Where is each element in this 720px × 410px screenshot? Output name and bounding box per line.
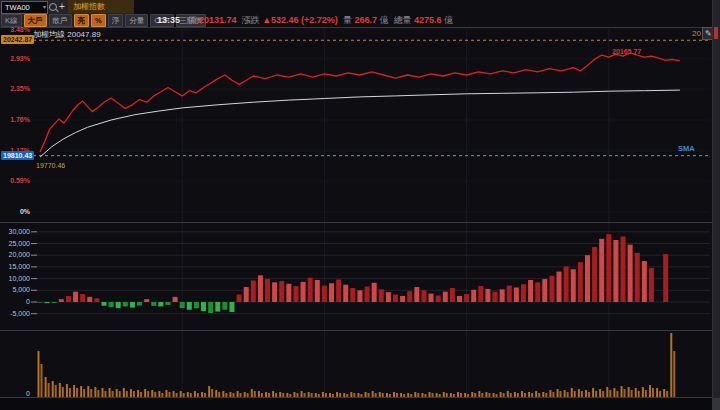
volume-bar	[588, 392, 590, 397]
volume-bar	[232, 393, 234, 397]
pressure-bar	[80, 294, 85, 302]
volume-bar	[208, 386, 210, 397]
time-axis	[0, 398, 712, 410]
volume-bar	[488, 393, 490, 397]
pressure-bar	[578, 262, 583, 302]
volume-bar	[87, 386, 89, 397]
volume-bar	[272, 391, 274, 397]
right-scrollbar-rail[interactable]	[712, 0, 720, 410]
open-price-label: 19770.46	[36, 162, 65, 169]
volume-bar	[62, 387, 64, 397]
volume-bar	[493, 393, 495, 397]
volume-bar	[478, 391, 480, 397]
pressure-bar	[564, 266, 569, 302]
volume-bar	[80, 386, 82, 397]
volume-bar	[286, 393, 288, 397]
pressure-bar	[585, 255, 590, 302]
volume-bar	[237, 391, 239, 397]
pressure-bar	[507, 286, 512, 302]
volume-bar	[410, 394, 412, 397]
pressure-bar	[606, 234, 611, 302]
volume-bar	[567, 392, 569, 397]
mid-axis-label: 10,000	[0, 275, 30, 282]
avg-line-value: 20047.89	[67, 30, 100, 39]
volume-bar	[322, 392, 324, 397]
volume-bar	[140, 392, 142, 397]
pct-axis-label: 2.35%	[0, 85, 30, 92]
pressure-bar	[485, 289, 490, 302]
volume-bar	[417, 393, 419, 397]
pressure-bar	[429, 294, 434, 302]
volume-bar	[97, 390, 99, 397]
volume-bar	[517, 393, 519, 397]
volume-bar	[365, 392, 367, 397]
volume-bar	[457, 392, 459, 397]
pressure-bar	[663, 254, 668, 302]
pressure-bar	[471, 290, 476, 302]
pct-axis-label: 1.76%	[0, 116, 30, 123]
volume-bar	[414, 392, 416, 397]
volume-bar	[90, 389, 92, 397]
pressure-bar	[222, 302, 227, 310]
volume-bar	[279, 392, 281, 397]
volume-bar	[261, 393, 263, 397]
pressure-bar	[286, 284, 291, 302]
volume-bar	[130, 389, 132, 397]
pressure-bar	[201, 302, 206, 311]
volume-bar	[542, 392, 544, 397]
volume-bar	[368, 393, 370, 397]
volume-bar	[229, 392, 231, 397]
volume-bar	[254, 391, 256, 397]
pressure-bar	[137, 302, 142, 306]
pressure-bar	[237, 295, 242, 302]
pressure-bar	[535, 282, 540, 302]
pressure-bar	[258, 275, 263, 302]
chart-canvas[interactable]	[0, 0, 720, 410]
volume-bar	[126, 391, 128, 397]
mid-axis-label: 30,000	[0, 228, 30, 235]
pressure-bar	[542, 279, 547, 302]
volume-bar	[211, 389, 213, 397]
volume-bar	[204, 393, 206, 397]
volume-bar	[187, 392, 189, 397]
mid-axis-label: -5,000	[0, 310, 30, 317]
volume-bar	[481, 393, 483, 397]
volume-bar	[69, 388, 71, 397]
volume-bar	[602, 391, 604, 397]
pressure-bar	[329, 283, 334, 302]
volume-bar	[194, 391, 196, 397]
volume-bar	[389, 394, 391, 397]
volume-bar	[119, 391, 121, 397]
volume-bar	[429, 392, 431, 397]
pressure-bar	[350, 288, 355, 302]
pressure-bar	[635, 253, 640, 302]
volume-bar	[52, 381, 54, 397]
volume-bar	[446, 393, 448, 397]
volume-bar	[353, 393, 355, 397]
volume-bar	[581, 391, 583, 397]
pressure-bar	[549, 276, 554, 302]
period-value: 20	[692, 29, 701, 38]
pressure-bar	[187, 302, 192, 310]
volume-bar	[507, 391, 509, 397]
volume-bar	[240, 393, 242, 397]
volume-bar	[293, 392, 295, 397]
pressure-bar	[343, 285, 348, 302]
volume-bar	[524, 393, 526, 397]
scrollbar-marker	[714, 27, 718, 39]
volume-bar	[311, 393, 313, 397]
volume-bar	[325, 393, 327, 397]
volume-bar	[218, 392, 220, 397]
volume-bar	[616, 391, 618, 397]
volume-bar	[336, 392, 338, 397]
volume-bar	[549, 390, 551, 397]
pressure-bar	[66, 296, 71, 302]
pressure-bar	[173, 297, 178, 302]
volume-bar	[94, 387, 96, 397]
volume-bar	[375, 393, 377, 397]
volume-bar	[663, 389, 665, 397]
volume-bar	[350, 392, 352, 397]
volume-bar	[360, 394, 362, 397]
pressure-bar	[45, 302, 50, 303]
volume-bar	[161, 393, 163, 397]
